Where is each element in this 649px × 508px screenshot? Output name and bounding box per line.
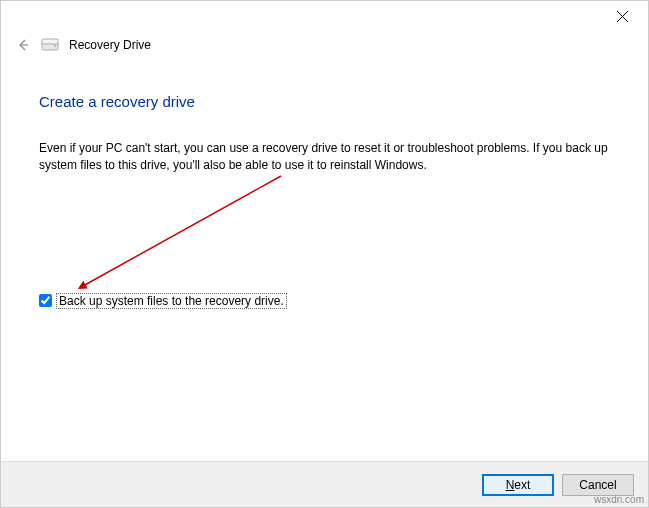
svg-point-5	[54, 45, 56, 47]
content-area: Create a recovery drive Even if your PC …	[1, 59, 648, 319]
back-arrow-icon	[16, 38, 30, 52]
page-title: Create a recovery drive	[39, 93, 610, 110]
titlebar	[1, 1, 648, 31]
close-button[interactable]	[602, 2, 642, 30]
watermark: wsxdn.com	[594, 494, 644, 505]
drive-icon	[41, 37, 59, 53]
backup-checkbox-row: Back up system files to the recovery dri…	[39, 293, 610, 309]
window-title: Recovery Drive	[69, 38, 151, 52]
close-icon	[617, 11, 628, 22]
back-button[interactable]	[15, 37, 31, 53]
button-bar: Next Cancel	[1, 461, 648, 507]
next-button[interactable]: Next	[482, 474, 554, 496]
header: Recovery Drive	[1, 31, 648, 59]
cancel-button[interactable]: Cancel	[562, 474, 634, 496]
backup-checkbox[interactable]	[39, 294, 52, 307]
svg-rect-4	[42, 39, 58, 44]
backup-checkbox-label[interactable]: Back up system files to the recovery dri…	[56, 293, 287, 309]
description-text: Even if your PC can't start, you can use…	[39, 140, 610, 175]
